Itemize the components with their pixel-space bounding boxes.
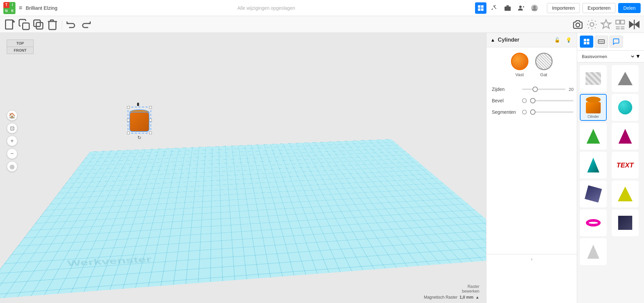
segments-label: Segmenten: [492, 109, 519, 115]
panel-collapse-arrow[interactable]: ▲: [490, 37, 495, 43]
shape-item-torus[interactable]: [580, 209, 607, 236]
cylinder-visual: ↻: [128, 107, 151, 134]
shape-item-prism[interactable]: [580, 181, 607, 207]
shape-item-cone2[interactable]: [580, 238, 607, 265]
mirror-icon[interactable]: [629, 19, 640, 30]
torus-icon: [586, 219, 601, 226]
bevel-slider[interactable]: [530, 100, 573, 101]
delete-btn[interactable]: [46, 18, 58, 31]
hole-label: Gat: [540, 72, 547, 77]
briefcase-btn[interactable]: [502, 2, 513, 14]
cylinder-height-handle[interactable]: [137, 103, 139, 106]
app-title: Brilliant Elzing: [26, 5, 57, 11]
lock-icon[interactable]: 🔓: [553, 36, 561, 44]
shape-editor-panel: ▲ Cylinder 🔓 💡 Vast Gat Zijden 20 Bevel: [486, 33, 577, 303]
bevel-dot[interactable]: [522, 98, 527, 103]
canvas-area[interactable]: TOP FRONT 🏠 ⊡ + − ◎ Werkvenster: [0, 33, 486, 303]
main-area: TOP FRONT 🏠 ⊡ + − ◎ Werkvenster: [0, 33, 644, 303]
svg-marker-28: [630, 21, 633, 27]
shape-controls: Zijden 20 Bevel 0 Segmenten 1: [486, 83, 577, 119]
tinkercad-logo[interactable]: T I N K: [3, 2, 15, 14]
shape-type-selector: Vast Gat: [486, 47, 577, 83]
toolbar-separator-1: [62, 20, 62, 29]
sphere-icon: [618, 100, 632, 114]
view-front[interactable]: FRONT: [7, 47, 34, 54]
cone-green-icon: [587, 129, 600, 144]
import-btn[interactable]: Importeren: [547, 3, 580, 13]
export-btn[interactable]: Exporteren: [583, 3, 615, 13]
segments-row: Segmenten 1: [492, 109, 571, 115]
view-cube[interactable]: TOP FRONT: [7, 40, 37, 73]
cylinder-label: Cilinder: [588, 115, 599, 118]
edit-label: bewerken: [462, 289, 479, 294]
shapes-category-select[interactable]: Basisvormen: [581, 54, 635, 59]
topbar-view-icons: [475, 2, 540, 14]
shapes-grid: Cilinder TEXT: [577, 62, 644, 268]
avatar-btn[interactable]: [529, 2, 540, 14]
sel-handle-tl[interactable]: [127, 106, 130, 109]
svg-line-23: [588, 28, 589, 28]
tab-chat[interactable]: [609, 36, 623, 48]
list-view-icon[interactable]: ≡: [19, 4, 23, 11]
svg-rect-11: [6, 20, 13, 29]
checker-icon: [586, 72, 601, 85]
copy-btn[interactable]: [18, 18, 30, 31]
tool-view-btn[interactable]: [488, 2, 500, 14]
light-icon[interactable]: [586, 19, 598, 30]
perspective-btn[interactable]: ◎: [7, 161, 17, 172]
toolbar-right: [572, 19, 640, 30]
shape-item-pyramid[interactable]: [612, 181, 639, 207]
view-icon[interactable]: [614, 19, 626, 30]
shape-item-checker[interactable]: [580, 65, 607, 92]
shape-item-sphere[interactable]: [612, 94, 639, 121]
solid-option[interactable]: Vast: [511, 53, 528, 77]
shape-item-cone-teal[interactable]: [580, 152, 607, 179]
duplicate-btn[interactable]: [32, 18, 44, 31]
workplane-grid[interactable]: [0, 139, 486, 300]
shape-item-cuboid[interactable]: [612, 209, 639, 236]
redo-btn[interactable]: [80, 18, 92, 31]
cuboid-icon: [618, 216, 632, 230]
svg-rect-30: [584, 39, 586, 41]
segments-slider[interactable]: [530, 111, 573, 113]
shape-icon[interactable]: [600, 19, 612, 30]
shape-item-cone-purple[interactable]: [612, 123, 639, 150]
cylinder-object[interactable]: ↻: [128, 107, 151, 134]
svg-rect-13: [36, 22, 43, 29]
shape-item-text[interactable]: TEXT: [612, 152, 639, 179]
home-btn[interactable]: 🏠: [7, 110, 17, 121]
hole-option[interactable]: Gat: [535, 53, 553, 77]
logo-t: T: [3, 2, 9, 8]
zoom-in-btn[interactable]: +: [7, 136, 17, 146]
shape-item-cone-green[interactable]: [580, 123, 607, 150]
sides-slider[interactable]: [522, 89, 565, 90]
cylinder-body: [129, 112, 149, 132]
shapes-category-header: Basisvormen ▼: [577, 51, 644, 62]
segments-dot[interactable]: [522, 110, 527, 114]
add-user-btn[interactable]: [515, 2, 527, 14]
share-btn[interactable]: Delen: [618, 3, 641, 13]
rotation-handle[interactable]: ↻: [137, 135, 141, 140]
shape-item-wedge[interactable]: [612, 65, 639, 92]
raster-label: Raster: [468, 284, 479, 289]
new-btn[interactable]: [4, 18, 16, 31]
fit-view-btn[interactable]: ⊡: [7, 123, 17, 134]
svg-rect-32: [584, 42, 586, 44]
svg-rect-25: [616, 20, 619, 24]
bevel-row: Bevel 0: [492, 98, 571, 103]
zoom-out-btn[interactable]: −: [7, 148, 17, 159]
panel-collapse-btn[interactable]: ›: [486, 254, 577, 264]
tab-ruler[interactable]: [595, 36, 608, 48]
svg-point-15: [576, 23, 579, 27]
grid-view-btn[interactable]: [475, 2, 486, 14]
camera-icon[interactable]: [572, 19, 584, 30]
magnetic-arrow[interactable]: ▲: [475, 295, 479, 300]
toolbar: [0, 16, 644, 33]
shape-item-cylinder[interactable]: Cilinder: [580, 94, 607, 121]
view-top[interactable]: TOP: [7, 40, 34, 47]
cone-purple-icon: [618, 129, 632, 144]
undo-btn[interactable]: [66, 18, 78, 31]
visibility-icon[interactable]: 💡: [564, 36, 573, 44]
tab-grid[interactable]: [580, 36, 593, 48]
svg-rect-12: [23, 23, 30, 30]
